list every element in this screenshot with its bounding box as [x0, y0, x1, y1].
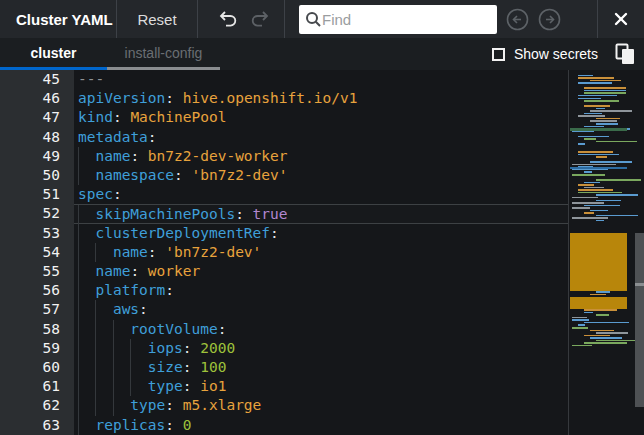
minimap-line [596, 332, 628, 334]
show-secrets-toggle[interactable]: Show secrets [492, 38, 598, 70]
minimap-line [590, 330, 614, 332]
find-next-button[interactable] [538, 8, 561, 31]
page-title: Cluster YAML [0, 11, 116, 28]
find-input[interactable] [322, 11, 521, 28]
minimap-line [578, 143, 585, 145]
indent-guide [113, 377, 130, 396]
minimap-line [578, 154, 619, 156]
indent-guide [78, 396, 95, 415]
indent-guide [95, 377, 112, 396]
show-secrets-label: Show secrets [514, 46, 598, 62]
close-button[interactable] [613, 11, 629, 27]
minimap-line [578, 324, 585, 326]
code-line[interactable]: name: 'bn7z2-dev' [74, 243, 568, 262]
search-icon [305, 11, 322, 28]
minimap-line [578, 151, 613, 153]
indent-guide [78, 243, 95, 262]
vertical-scrollbar[interactable] [635, 70, 644, 435]
code-line[interactable]: --- [74, 70, 568, 89]
code-line[interactable]: aws: [74, 300, 568, 319]
yaml-editor[interactable]: 45464748495051525354555657585960616263 -… [0, 70, 644, 435]
indent-guide [78, 281, 95, 300]
line-number-gutter: 45464748495051525354555657585960616263 [0, 70, 74, 435]
code-line[interactable]: type: m5.xlarge [74, 396, 568, 415]
line-number: 52 [0, 204, 74, 223]
minimap-line [578, 75, 593, 77]
minimap-line [596, 200, 621, 202]
redo-icon [250, 11, 272, 27]
minimap-line [572, 197, 598, 199]
minimap-line [572, 319, 589, 321]
minimap-line [572, 345, 592, 347]
minimap-line [596, 141, 637, 143]
indent-guide [113, 396, 130, 415]
minimap-line [584, 212, 594, 214]
code-line[interactable]: spec: [74, 185, 568, 204]
indent-guide [78, 262, 95, 281]
minimap-line [578, 95, 617, 97]
minimap-line [578, 77, 614, 79]
code-line[interactable]: iops: 2000 [74, 339, 568, 358]
code-line[interactable]: size: 100 [74, 358, 568, 377]
code-line[interactable]: name: worker [74, 262, 568, 281]
minimap-line [596, 156, 607, 158]
code-line[interactable]: name: bn7z2-dev-worker [74, 147, 568, 166]
code-line[interactable]: skipMachinePools: true [74, 204, 568, 223]
code-line[interactable]: platform: [74, 281, 568, 300]
tab-install-config[interactable]: install-config [107, 38, 220, 70]
indent-guide [130, 377, 147, 396]
line-number: 54 [0, 243, 74, 262]
indent-guide [78, 377, 95, 396]
find-previous-button[interactable] [506, 8, 529, 31]
code-line[interactable]: type: io1 [74, 377, 568, 396]
line-number: 55 [0, 262, 74, 281]
minimap-line [584, 312, 593, 314]
undo-icon [216, 11, 238, 27]
scrollbar-thumb[interactable] [635, 233, 644, 407]
minimap-line [584, 113, 602, 115]
indent-guide [95, 300, 112, 319]
minimap-line [590, 294, 606, 296]
line-number: 50 [0, 166, 74, 185]
line-number: 63 [0, 416, 74, 435]
line-number: 57 [0, 300, 74, 319]
minimap-line [578, 184, 594, 186]
minimap-line [584, 335, 610, 337]
code-line[interactable]: rootVolume: [74, 320, 568, 339]
minimap[interactable] [568, 70, 628, 435]
code-area[interactable]: ---apiVersion: hive.openshift.io/v1kind:… [74, 70, 568, 435]
minimap-line [590, 110, 632, 112]
indent-guide [78, 358, 95, 377]
indent-guide [95, 396, 112, 415]
minimap-match-highlight-line [570, 128, 627, 131]
redo-button[interactable] [250, 11, 272, 27]
tab-bar: cluster install-config Show secrets [0, 38, 644, 70]
indent-guide [78, 416, 95, 435]
copy-button[interactable] [615, 38, 636, 70]
line-number: 45 [0, 70, 74, 89]
indent-guide [78, 339, 95, 358]
minimap-line [596, 108, 605, 110]
line-number: 48 [0, 128, 74, 147]
code-line[interactable]: kind: MachinePool [74, 108, 568, 127]
code-line[interactable]: apiVersion: hive.openshift.io/v1 [74, 89, 568, 108]
tab-cluster[interactable]: cluster [0, 38, 107, 70]
undo-button[interactable] [216, 11, 238, 27]
indent-guide [78, 320, 95, 339]
reset-button[interactable]: Reset [117, 11, 197, 28]
minimap-line [584, 105, 610, 107]
minimap-line [572, 327, 588, 329]
code-line[interactable]: metadata: [74, 128, 568, 147]
minimap-line [590, 161, 632, 163]
minimap-line [584, 182, 600, 184]
code-line[interactable]: namespace: 'bn7z2-dev' [74, 166, 568, 185]
find-box [299, 5, 497, 34]
minimap-line [572, 169, 608, 171]
line-number: 49 [0, 147, 74, 166]
toolbar: Cluster YAML Reset [0, 0, 644, 38]
code-line[interactable]: replicas: 0 [74, 416, 568, 435]
minimap-line [590, 120, 617, 122]
code-line[interactable]: clusterDeploymentRef: [74, 224, 568, 243]
minimap-line [584, 87, 626, 89]
show-secrets-checkbox[interactable] [492, 48, 505, 61]
